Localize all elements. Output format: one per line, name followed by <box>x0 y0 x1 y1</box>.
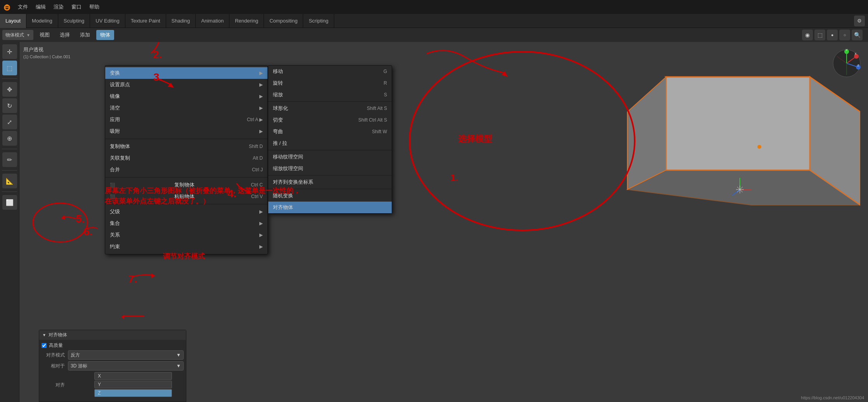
viewport-info: 用户透视 (1) Collection | Cube.001 <box>23 46 70 60</box>
relative-to-dropdown-arrow: ▼ <box>176 363 181 369</box>
measure-tool[interactable]: 📐 <box>2 174 17 188</box>
ctx-set-origin[interactable]: 设置原点 ▶ <box>105 79 267 90</box>
submenu-scale-label: 缩放 <box>273 91 283 98</box>
menu-window[interactable]: 窗口 <box>68 0 85 14</box>
annotate-tool[interactable]: ✏ <box>2 152 17 167</box>
panel-header[interactable]: ▼ 对齐物体 <box>39 330 186 340</box>
header-view-btn[interactable]: 视图 <box>36 30 54 40</box>
ctx-copy-obj-shortcut: Ctrl C <box>251 182 263 188</box>
ctx-parent[interactable]: 父级 ▶ <box>105 206 267 218</box>
submenu-move-texture[interactable]: 移动纹理空间 <box>268 151 392 163</box>
ctx-join-label: 合并 <box>110 166 120 173</box>
axis-x[interactable]: X <box>94 372 172 380</box>
submenu-move-texture-label: 移动纹理空间 <box>273 153 303 160</box>
transform-tool[interactable]: ⊕ <box>2 131 17 146</box>
render-mode-btn[interactable]: ○ <box>839 30 850 40</box>
ctx-copy-obj[interactable]: ⬛ 复制物体 Ctrl C <box>105 179 267 191</box>
submenu-align-objects[interactable]: 对齐物体 <box>268 202 392 213</box>
ctx-clear[interactable]: 清空 ▶ <box>105 102 267 114</box>
add-cube-tool[interactable]: ⬜ <box>2 195 17 210</box>
tab-shading[interactable]: Shading <box>166 14 196 28</box>
ctx-linked-dup-label: 关联复制 <box>110 155 130 162</box>
tab-layout[interactable]: Layout <box>0 14 26 28</box>
context-menu-section-3: ⬛ 复制物体 Ctrl C ⬛ 粘贴物体 Ctrl V <box>105 178 267 204</box>
ctx-snap[interactable]: 吸附 ▶ <box>105 125 267 137</box>
scale-tool[interactable]: ⤢ <box>2 115 17 129</box>
menu-render[interactable]: 渲染 <box>50 0 68 14</box>
submenu-rotate[interactable]: 旋转 R <box>268 77 392 89</box>
cursor-tool[interactable]: ✛ <box>2 44 17 59</box>
ctx-transform[interactable]: 变换 ▶ <box>105 67 267 79</box>
axis-z[interactable]: Z <box>94 389 172 397</box>
tab-scripting[interactable]: Scripting <box>303 14 334 28</box>
tab-rendering[interactable]: Rendering <box>229 14 264 28</box>
tab-texture-paint[interactable]: Texture Paint <box>125 14 166 28</box>
submenu-push-pull[interactable]: 推 / 拉 <box>268 137 392 149</box>
ctx-join[interactable]: 合并 Ctrl J <box>105 164 267 176</box>
header-object-btn[interactable]: 物体 <box>96 30 114 40</box>
submenu-sep-2 <box>268 150 392 150</box>
header-select-btn[interactable]: 选择 <box>56 30 74 40</box>
toolbar-sep-1 <box>2 78 17 79</box>
ctx-mirror[interactable]: 镜像 ▶ <box>105 90 267 102</box>
cube-scene <box>608 54 860 217</box>
search-btn[interactable]: 🔍 <box>852 30 863 40</box>
ctx-relations[interactable]: 关系 ▶ <box>105 229 267 241</box>
toolbar-sep-4 <box>2 191 17 192</box>
submenu-shear-label: 切变 <box>273 117 283 124</box>
submenu-bend[interactable]: 弯曲 Shift W <box>268 126 392 137</box>
menu-help[interactable]: 帮助 <box>85 0 103 14</box>
submenu-rotate-label: 旋转 <box>273 80 283 87</box>
select-tool[interactable]: ⬚ <box>2 61 17 75</box>
xray-btn[interactable]: ⬚ <box>814 30 825 40</box>
ctx-paste-obj[interactable]: ⬛ 粘贴物体 Ctrl V <box>105 191 267 202</box>
axis-y[interactable]: Y <box>94 381 172 388</box>
header-add-btn[interactable]: 添加 <box>76 30 94 40</box>
ctx-constraints[interactable]: 约束 ▶ <box>105 241 267 252</box>
svg-marker-60 <box>61 215 65 220</box>
tab-sculpting[interactable]: Sculpting <box>58 14 90 28</box>
menu-edit[interactable]: 编辑 <box>32 0 50 14</box>
submenu-sep-1 <box>268 101 392 102</box>
viewport-overlays-btn[interactable]: ◉ <box>802 30 813 40</box>
relative-to-dropdown[interactable]: 3D 游标 ▼ <box>68 361 184 371</box>
relative-to-value: 3D 游标 <box>71 363 87 369</box>
submenu-spherify[interactable]: 球形化 Shift Alt S <box>268 103 392 114</box>
menu-file[interactable]: 文件 <box>14 0 32 14</box>
viewport-gizmo[interactable]: X Y Z <box>831 48 862 79</box>
submenu-scale-shortcut: S <box>384 92 387 97</box>
submenu-random-transform[interactable]: 随机变换 <box>268 190 392 202</box>
ctx-duplicate-label: 复制物体 <box>110 143 130 150</box>
ctx-transform-arrow: ▶ <box>259 70 263 76</box>
main-viewport[interactable]: 用户透视 (1) Collection | Cube.001 <box>19 42 868 402</box>
move-tool[interactable]: ✥ <box>2 82 17 97</box>
submenu-scale-texture[interactable]: 缩放纹理空间 <box>268 163 392 174</box>
rotate-tool[interactable]: ↻ <box>2 98 17 113</box>
high-quality-checkbox[interactable] <box>42 343 47 348</box>
ctx-linked-dup[interactable]: 关联复制 Alt D <box>105 152 267 164</box>
scene-properties-btn[interactable]: ⚙ <box>854 16 865 26</box>
ctx-mirror-arrow: ▶ <box>259 94 263 99</box>
align-object-panel: ▼ 对齐物体 高质量 对齐模式 反方 ▼ 相对于 3D 游标 <box>39 330 186 402</box>
submenu-shear[interactable]: 切变 Shift Ctrl Alt S <box>268 114 392 126</box>
align-axes-label-text: 对齐 <box>42 382 65 388</box>
tab-uv-editing[interactable]: UV Editing <box>90 14 125 28</box>
ctx-apply[interactable]: 应用 Ctrl A ▶ <box>105 114 267 125</box>
tab-compositing[interactable]: Compositing <box>264 14 303 28</box>
submenu-move[interactable]: 移动 G <box>268 66 392 77</box>
mode-selector[interactable]: 物体模式 ▼ <box>2 30 33 40</box>
submenu-spherify-shortcut: Shift Alt S <box>367 106 387 111</box>
svg-text:X: X <box>854 52 857 56</box>
ctx-duplicate[interactable]: 复制物体 Shift D <box>105 141 267 152</box>
submenu-align-transform[interactable]: 对齐到变换坐标系 <box>268 176 392 188</box>
tab-modeling[interactable]: Modeling <box>26 14 58 28</box>
context-menu-section-4: 父级 ▶ 集合 ▶ 关系 ▶ 约束 ▶ <box>105 204 267 254</box>
svg-point-54 <box>410 52 635 230</box>
ctx-collection[interactable]: 集合 ▶ <box>105 218 267 229</box>
align-mode-dropdown[interactable]: 反方 ▼ <box>68 350 184 360</box>
solid-mode-btn[interactable]: ● <box>827 30 838 40</box>
submenu-scale[interactable]: 缩放 S <box>268 89 392 101</box>
tab-animation[interactable]: Animation <box>196 14 229 28</box>
svg-text:2.: 2. <box>153 49 162 61</box>
ctx-collection-label: 集合 <box>110 220 120 227</box>
